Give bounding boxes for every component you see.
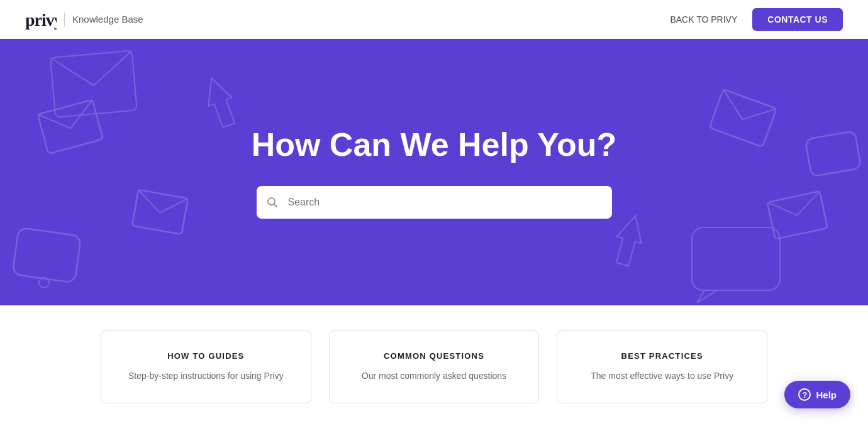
common-questions-card[interactable]: COMMON QUESTIONS Our most commonly asked…	[329, 330, 540, 403]
search-bar-wrapper	[257, 186, 612, 219]
privy-logo-icon: privy	[25, 8, 57, 31]
how-to-guides-card[interactable]: HOW TO GUIDES Step-by-step instructions …	[101, 330, 311, 403]
svg-point-6	[39, 278, 49, 288]
svg-line-14	[274, 204, 277, 207]
hero-section: How Can We Help You?	[0, 39, 868, 305]
logo-area[interactable]: privy Knowledge Base	[25, 8, 143, 31]
knowledge-base-label: Knowledge Base	[72, 14, 143, 25]
search-icon	[267, 197, 278, 208]
site-header: privy Knowledge Base BACK TO PRIVY CONTA…	[0, 0, 868, 39]
svg-rect-3	[709, 89, 777, 147]
how-to-guides-desc: Step-by-step instructions for using Priv…	[119, 369, 293, 383]
header-left: privy Knowledge Base	[25, 8, 143, 31]
best-practices-title: BEST PRACTICES	[575, 351, 749, 361]
search-input[interactable]	[257, 186, 612, 219]
cards-section: HOW TO GUIDES Step-by-step instructions …	[0, 305, 868, 416]
back-to-privy-link[interactable]: BACK TO PRIVY	[670, 14, 737, 25]
best-practices-desc: The most effective ways to use Privy	[575, 369, 749, 383]
svg-rect-5	[13, 227, 81, 283]
header-right: BACK TO PRIVY CONTACT US	[670, 8, 843, 31]
svg-marker-8	[200, 74, 241, 130]
svg-rect-1	[38, 100, 103, 154]
best-practices-card[interactable]: BEST PRACTICES The most effective ways t…	[557, 330, 767, 403]
hero-title: How Can We Help You?	[252, 126, 617, 163]
contact-us-button[interactable]: CONTACT US	[752, 8, 843, 31]
svg-rect-2	[132, 190, 188, 234]
common-questions-desc: Our most commonly asked questions	[347, 369, 521, 383]
svg-marker-9	[610, 212, 647, 268]
svg-rect-4	[767, 191, 828, 239]
common-questions-title: COMMON QUESTIONS	[347, 351, 521, 361]
help-button[interactable]: ? Help	[784, 381, 850, 408]
svg-marker-12	[697, 290, 717, 303]
svg-rect-7	[805, 131, 861, 177]
help-button-label: Help	[816, 390, 837, 400]
hero-background-shapes	[0, 39, 868, 305]
help-button-icon: ?	[798, 388, 811, 401]
promoted-articles-section: Promoted articles Using The Privy Design…	[0, 416, 868, 426]
header-divider	[64, 13, 65, 26]
svg-rect-11	[692, 227, 780, 290]
svg-text:privy: privy	[25, 10, 57, 30]
how-to-guides-title: HOW TO GUIDES	[119, 351, 293, 361]
svg-rect-10	[50, 51, 137, 117]
